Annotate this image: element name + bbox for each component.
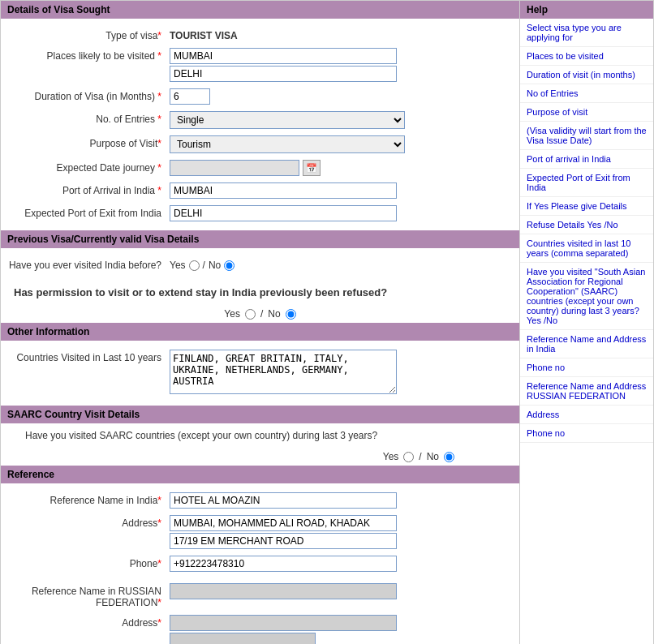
calendar-icon[interactable]: 📅 [303, 160, 321, 176]
help-item-2: Places to be visited [520, 47, 653, 66]
type-of-visa-value: TOURIST VISA [170, 28, 513, 41]
ref-russia-address-2-input[interactable] [170, 633, 316, 644]
ref-india-phone-input[interactable] [170, 556, 397, 572]
duration-input[interactable] [170, 88, 210, 105]
help-item-17: Phone no [520, 424, 653, 443]
expected-date-input[interactable] [170, 160, 299, 176]
refused-slash: / [260, 308, 263, 320]
places-visited-label: Places likely to be visited * [7, 48, 170, 62]
yes-label: Yes [170, 260, 186, 271]
ref-india-address-1-input[interactable] [170, 515, 397, 531]
countries-visited-label: Countries Visited in Last 10 years [7, 350, 170, 363]
countries-visited-textarea[interactable]: FINLAND, GREAT BRITAIN, ITALY, UKRAINE, … [170, 350, 397, 394]
no-entries-label: No. of Entries * [7, 111, 170, 125]
visited-india-label: Have you ever visited India before? [7, 257, 170, 271]
previous-visa-header: Previous Visa/Currently valid Visa Detai… [1, 230, 519, 248]
help-item-16: Address [520, 406, 653, 424]
help-title: Help [520, 1, 653, 19]
ref-russia-address-1-input[interactable] [170, 615, 397, 631]
purpose-visit-label: Purpose of Visit* [7, 135, 170, 149]
help-item-10: Refuse Details Yes /No [520, 216, 653, 234]
help-item-11: Countries visited in last 10 years (comm… [520, 234, 653, 263]
duration-label: Duration of Visa (in Months) * [7, 88, 170, 102]
slash-label-1: / [203, 260, 205, 271]
help-item-1: Select visa type you are applying for [520, 19, 653, 47]
help-item-14: Phone no [520, 358, 653, 377]
port-exit-input[interactable] [170, 205, 397, 221]
help-item-4: No of Entries [520, 84, 653, 103]
port-exit-label: Expected Port of Exit from India [7, 205, 170, 219]
purpose-visit-select[interactable]: Tourism Business Medical [170, 135, 405, 153]
help-item-15: Reference Name and Address RUSSIAN FEDER… [520, 377, 653, 406]
expected-date-label: Expected Date journey * [7, 160, 170, 174]
other-info-header: Other Information [1, 323, 519, 341]
ref-india-name-label: Reference Name in India* [7, 492, 170, 506]
saarc-question: Have you visited SAARC countries (except… [1, 423, 519, 448]
port-arrival-input[interactable] [170, 182, 397, 199]
refused-no-label: No [268, 308, 280, 320]
ref-india-phone-label: Phone* [7, 556, 170, 569]
help-item-7: Port of arrival in India [520, 150, 653, 169]
visited-no-radio[interactable] [224, 260, 234, 271]
port-arrival-label: Port of Arrival in India * [7, 182, 170, 196]
saarc-no-radio[interactable] [444, 452, 454, 462]
places-visited-input-1[interactable] [170, 48, 397, 64]
no-entries-select[interactable]: Single Double Multiple [170, 111, 405, 129]
help-item-3: Duration of visit (in months) [520, 66, 653, 84]
places-visited-input-2[interactable] [170, 66, 397, 82]
help-item-8: Expected Port of Exit from India [520, 169, 653, 197]
help-item-13: Reference Name and Address in India [520, 330, 653, 358]
visited-yes-radio[interactable] [189, 260, 200, 271]
ref-russia-name-label: Reference Name in RUSSIAN FEDERATION* [7, 583, 170, 608]
help-item-6: (Visa validity will start from the Visa … [520, 122, 653, 150]
help-item-9: If Yes Please give Details [520, 197, 653, 216]
saarc-no-label: No [427, 451, 439, 462]
saarc-yes-label: Yes [383, 451, 399, 462]
type-of-visa-label: Type of visa* [7, 28, 170, 41]
refused-yes-label: Yes [224, 308, 240, 320]
refused-no-radio[interactable] [286, 309, 296, 320]
help-item-12: Have you visited "South Asian Associatio… [520, 263, 653, 330]
saarc-header: SAARC Country Visit Details [1, 406, 519, 423]
ref-india-address-2-input[interactable] [170, 533, 397, 549]
help-item-5: Purpose of visit [520, 103, 653, 122]
saarc-yes-radio[interactable] [403, 452, 414, 462]
refused-question: Has permission to visit or to extend sta… [1, 280, 519, 305]
reference-header: Reference [1, 466, 519, 483]
ref-russia-address-label: Address* [7, 615, 170, 629]
ref-india-name-input[interactable] [170, 492, 397, 509]
ref-russia-name-input[interactable] [170, 583, 397, 599]
ref-india-address-label: Address* [7, 515, 170, 529]
saarc-slash: / [419, 451, 421, 462]
visa-details-header: Details of Visa Sought [1, 1, 519, 19]
no-label: No [209, 260, 221, 271]
refused-yes-radio[interactable] [245, 309, 256, 320]
